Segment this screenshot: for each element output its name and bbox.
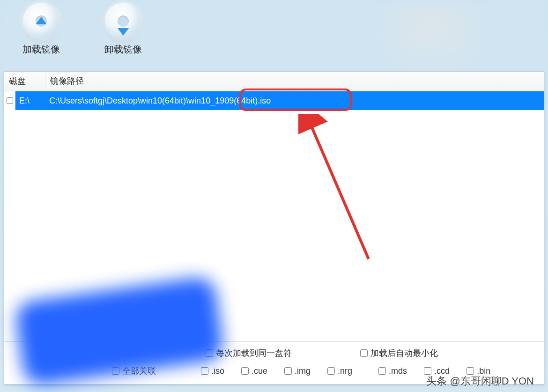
unload-image-label: 卸载镜像	[104, 43, 142, 56]
opt-img[interactable]: .img	[284, 366, 311, 376]
opt-iso-label: .iso	[211, 366, 224, 376]
opt-same-drive-checkbox[interactable]	[206, 349, 213, 357]
watermark-text: 头条 @东哥闲聊D YON	[426, 374, 534, 388]
disc-unload-icon	[105, 3, 141, 39]
load-image-label: 加载镜像	[22, 43, 60, 56]
image-list-panel: 磁盘 镜像路径 E:\ C:\Users\softgj\Desktop\win1…	[4, 71, 544, 385]
opt-auto-minimize[interactable]: 加载后自动最小化	[360, 348, 438, 359]
annotation-arrow-icon	[298, 114, 383, 268]
opt-auto-minimize-checkbox[interactable]	[360, 349, 368, 357]
opt-mds[interactable]: .mds	[378, 366, 407, 376]
opt-assoc-all[interactable]: 全部关联	[112, 365, 156, 377]
opt-cue-label: .cue	[252, 366, 267, 376]
opt-same-drive-label: 每次加载到同一盘符	[216, 348, 292, 359]
row-disk-cell: E:\	[15, 96, 45, 106]
column-headers: 磁盘 镜像路径	[4, 72, 544, 91]
opt-nrg-checkbox[interactable]	[327, 367, 335, 375]
opt-same-drive[interactable]: 每次加载到同一盘符	[206, 348, 292, 359]
row-checkbox-cell[interactable]	[4, 91, 15, 110]
row-checkbox[interactable]	[7, 97, 13, 104]
opt-assoc-all-checkbox[interactable]	[112, 367, 119, 375]
opt-nrg[interactable]: .nrg	[327, 366, 352, 376]
row-path-cell: C:\Users\softgj\Desktop\win10(64bit)\win…	[45, 96, 544, 106]
opt-ccd-checkbox[interactable]	[424, 367, 431, 375]
opt-nrg-label: .nrg	[338, 366, 352, 376]
opt-iso-checkbox[interactable]	[201, 367, 208, 375]
col-header-disk[interactable]: 磁盘	[4, 72, 45, 91]
opt-mds-label: .mds	[389, 366, 407, 376]
opt-img-label: .img	[295, 366, 311, 376]
unload-image-button[interactable]: 卸载镜像	[95, 3, 151, 68]
opt-mds-checkbox[interactable]	[378, 367, 386, 375]
opt-assoc-all-label: 全部关联	[122, 365, 156, 377]
opt-iso[interactable]: .iso	[201, 366, 224, 376]
opt-cue[interactable]: .cue	[241, 366, 267, 376]
load-image-button[interactable]: 加载镜像	[13, 3, 69, 68]
opt-cue-checkbox[interactable]	[241, 367, 249, 375]
opt-bin-checkbox[interactable]	[467, 367, 474, 375]
col-header-path[interactable]: 镜像路径	[45, 72, 544, 91]
opt-img-checkbox[interactable]	[284, 367, 292, 375]
svg-line-0	[310, 123, 369, 259]
disc-load-icon	[23, 3, 59, 39]
table-row[interactable]: E:\ C:\Users\softgj\Desktop\win10(64bit)…	[4, 91, 544, 110]
opt-auto-minimize-label: 加载后自动最小化	[370, 348, 438, 359]
